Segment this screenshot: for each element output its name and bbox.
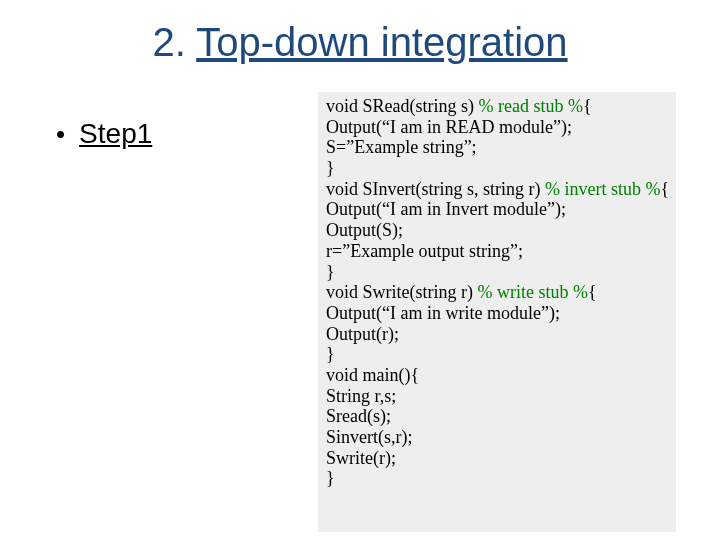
- code-text: void SRead(string s): [326, 96, 479, 116]
- title-prefix: 2.: [152, 20, 196, 64]
- code-line: void SInvert(string s, string r) % inver…: [326, 179, 668, 200]
- code-block: void SRead(string s) % read stub %{ Outp…: [318, 92, 676, 532]
- code-line: Output(“I am in READ module”);: [326, 117, 668, 138]
- code-line: }: [326, 344, 668, 365]
- code-line: void Swrite(string r) % write stub %{: [326, 282, 668, 303]
- code-line: Output(S);: [326, 220, 668, 241]
- bullet-step1: • Step1: [56, 118, 152, 150]
- code-comment: % invert stub %: [545, 179, 660, 199]
- code-line: void SRead(string s) % read stub %{: [326, 96, 668, 117]
- code-line: }: [326, 262, 668, 283]
- code-line: void main(){: [326, 365, 668, 386]
- code-comment: % read stub %: [479, 96, 583, 116]
- code-line: Output(r);: [326, 324, 668, 345]
- bullet-text: Step1: [79, 118, 152, 150]
- code-line: r=”Example output string”;: [326, 241, 668, 262]
- code-comment: % write stub %: [477, 282, 587, 302]
- code-line: }: [326, 468, 668, 489]
- code-line: S=”Example string”;: [326, 137, 668, 158]
- code-line: Swrite(r);: [326, 448, 668, 469]
- code-line: Output(“I am in Invert module”);: [326, 199, 668, 220]
- code-line: String r,s;: [326, 386, 668, 407]
- slide-title: 2. Top-down integration: [0, 20, 720, 65]
- code-text: void SInvert(string s, string r): [326, 179, 545, 199]
- code-line: Sread(s);: [326, 406, 668, 427]
- slide: 2. Top-down integration • Step1 void SRe…: [0, 0, 720, 540]
- code-text: {: [583, 96, 592, 116]
- code-line: }: [326, 158, 668, 179]
- code-text: {: [660, 179, 669, 199]
- code-line: Sinvert(s,r);: [326, 427, 668, 448]
- code-text: {: [588, 282, 597, 302]
- code-text: void Swrite(string r): [326, 282, 477, 302]
- title-underlined: Top-down integration: [196, 20, 567, 64]
- code-line: Output(“I am in write module”);: [326, 303, 668, 324]
- bullet-dot-icon: •: [56, 121, 65, 147]
